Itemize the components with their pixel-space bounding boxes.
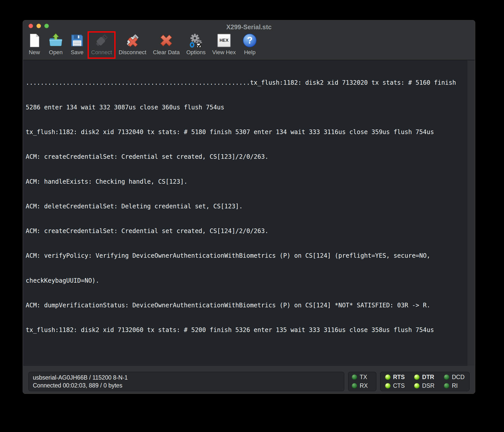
tx-led-item: TX [352,374,373,381]
dtr-toggle[interactable]: DTR [414,374,435,381]
usb-plug-icon [94,33,109,48]
red-x-icon [159,33,174,48]
toolbar-label: Options [186,49,206,56]
cts-led-item: CTS [385,382,405,389]
rx-led-indicator [352,383,357,388]
toolbar-button-open[interactable]: Open [48,33,63,56]
tx-led-indicator [352,375,357,380]
minimize-button[interactable] [36,24,41,28]
rx-led-label: RX [360,382,368,389]
cts-led-label: CTS [393,382,405,389]
toolbar-button-view-hex[interactable]: HEX View Hex [212,33,236,56]
terminal-line: tx_flush:1182: disk2 xid 7132040 tx stat… [26,128,468,136]
dsr-led-indicator [414,383,419,388]
terminal-line: ACM: verifyPolicy: Verifying DeviceOwner… [26,252,468,260]
modem-led-column: DCD RI [444,374,465,389]
rts-led-indicator [385,375,390,380]
cts-led-indicator [385,383,390,388]
tx-rx-led-box: TX RX [348,372,376,391]
hex-icon-text: HEX [217,34,231,47]
rx-led-item: RX [352,382,373,389]
terminal-line: checkKeybagUUID=NO). [26,277,468,285]
dsr-led-item: DSR [414,382,435,389]
terminal-line: ACM: createCredentialSet: Credential set… [26,227,468,235]
toolbar: New Open [23,32,475,60]
dsr-led-label: DSR [422,382,435,389]
terminal-line: ACM: handleExists: Checking handle, CS[1… [26,178,468,186]
dcd-led-indicator [444,375,449,380]
toolbar-label: New [29,49,40,56]
save-floppy-icon [70,33,85,48]
connection-status-text: Connected 00:02:03, 889 / 0 bytes [33,382,340,389]
toolbar-label: Disconnect [119,49,146,56]
rts-toggle[interactable]: RTS [385,374,405,381]
ri-led-item: RI [444,382,465,389]
hex-box-icon: HEX [217,33,231,48]
terminal-line: ACM: deleteCredentialSet: Deleting crede… [26,202,468,210]
terminal-line: ACM: createCredentialSet: Credential set… [26,153,468,161]
toolbar-button-new[interactable]: New [27,33,42,56]
toolbar-label: Connect [91,49,112,56]
open-folder-icon [48,33,63,48]
port-info-box: usbserial-AG0JH66B / 115200 8-N-1 Connec… [28,372,344,391]
help-icon-glyph: ? [243,34,257,47]
dtr-led-indicator [414,375,419,380]
terminal-line: ........................................… [26,79,468,87]
gears-icon [189,33,203,48]
rts-led-label: RTS [393,374,405,381]
port-settings-text: usbserial-AG0JH66B / 115200 8-N-1 [33,374,340,381]
dcd-led-item: DCD [444,374,465,381]
usb-plug-x-icon [125,33,140,48]
terminal-line: 5286 enter 134 wait 332 3087us close 360… [26,103,468,111]
tx-led-label: TX [360,374,367,381]
modem-led-box: RTS CTS DTR DSR [380,372,470,391]
dcd-led-label: DCD [452,374,465,381]
scrollbar-track[interactable] [467,60,475,366]
traffic-lights [29,24,49,28]
close-button[interactable] [29,24,33,28]
toolbar-label: Clear Data [153,49,180,56]
ri-led-indicator [444,383,449,388]
ri-led-label: RI [452,382,458,389]
toolbar-label: Open [49,49,63,56]
toolbar-button-options[interactable]: Options [186,33,206,56]
toolbar-label: Save [71,49,83,56]
toolbar-button-connect[interactable]: Connect [91,33,112,56]
app-window: X299-Serial.stc New Open [23,20,475,394]
toolbar-label: Help [244,49,256,56]
toolbar-button-save[interactable]: Save [70,33,85,56]
terminal-line: tx_flush:1182: disk2 xid 7132060 tx stat… [26,326,468,334]
dtr-led-label: DTR [422,374,434,381]
toolbar-button-help[interactable]: ? Help [242,33,257,56]
toolbar-label: View Hex [212,49,236,56]
toolbar-button-clear-data[interactable]: Clear Data [153,33,180,56]
question-mark-icon: ? [242,33,257,48]
window-title: X299-Serial.stc [226,23,272,31]
title-bar[interactable]: X299-Serial.stc [23,20,475,32]
zoom-button[interactable] [44,24,49,28]
modem-led-column: RTS CTS [385,374,405,389]
terminal-line: ACM: dumpVerificationStatus: DeviceOwner… [26,301,468,309]
terminal-output[interactable]: ........................................… [23,60,468,366]
new-document-icon [27,33,42,48]
modem-led-column: DTR DSR [414,374,435,389]
toolbar-button-disconnect[interactable]: Disconnect [119,33,146,56]
status-bar: usbserial-AG0JH66B / 115200 8-N-1 Connec… [23,372,475,391]
